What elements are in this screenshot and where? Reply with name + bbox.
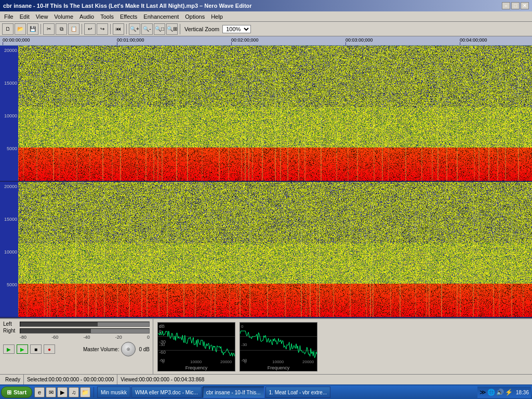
email-icon[interactable]: ✉ <box>46 387 56 397</box>
tick-3: 00:03:00;000 <box>345 37 373 43</box>
main-area: 20000 15000 10000 5000 20000 15000 10000… <box>0 46 532 318</box>
status-selected: Selected:00:00:00:000 - 00:00:00:000 <box>24 375 117 384</box>
copy-button[interactable]: ⧉ <box>56 23 67 35</box>
menu-effects[interactable]: Effects <box>117 12 140 21</box>
spectrum-analyzer-canvas-2 <box>240 323 317 364</box>
menu-enhancement[interactable]: Enhancement <box>140 12 182 21</box>
zoom-in-button[interactable]: 🔍+ <box>129 23 140 35</box>
freq-10000-label-2: 10000 <box>1 249 17 255</box>
zoom-select[interactable]: 25% 50% 100% 200% 400% <box>222 25 251 33</box>
tray-network-icon[interactable]: 🌐 <box>487 389 495 396</box>
left-meter-bar <box>20 322 150 327</box>
folder-icon[interactable]: 📁 <box>80 387 90 397</box>
scale-neg40: -40 <box>83 335 90 340</box>
taskbar-item-musikk-label: Min musikk <box>101 390 127 395</box>
toolbar-sep-5 <box>180 24 180 34</box>
tick-line-1 <box>117 42 117 45</box>
left-meter-row: Left <box>3 321 150 327</box>
spectrogram-1[interactable] <box>18 46 532 181</box>
close-button[interactable]: ✕ <box>521 2 529 9</box>
taskbar-item-musikk[interactable]: Min musikk <box>97 387 130 398</box>
status-ready: Ready <box>2 375 24 384</box>
level-meter-section: Left Right -80 -60 -40 -20 0 ▶ ▶ ■ ● <box>0 319 153 374</box>
right-meter-fill <box>20 329 91 333</box>
record-button[interactable]: ● <box>44 344 55 354</box>
scale-neg20: -20 <box>115 335 122 340</box>
cut-button[interactable]: ✂ <box>43 23 55 35</box>
redo-button[interactable]: ↪ <box>97 23 108 35</box>
tray-volume-icon[interactable]: 🔊 <box>496 389 504 396</box>
tick-1: 00:01:00;000 <box>117 37 144 43</box>
zoom-sel-button[interactable]: 🔍□ <box>154 23 165 35</box>
freq-20000-label-2: 20000 <box>1 184 17 189</box>
undo-button[interactable]: ↩ <box>84 23 96 35</box>
spectrogram-2[interactable] <box>18 182 532 317</box>
bottom-area: Left Right -80 -60 -40 -20 0 ▶ ▶ ■ ● <box>0 318 532 374</box>
toolbar-sep-2 <box>82 24 82 34</box>
toolbar-sep-1 <box>41 24 41 34</box>
menu-volume[interactable]: Volume <box>51 12 76 21</box>
taskbar-item-doc[interactable]: WMA eller MP3.doc - Mic... <box>131 387 202 398</box>
zoom-out-button[interactable]: 🔍- <box>141 23 153 35</box>
ie-icon[interactable]: e <box>34 387 45 397</box>
taskbar-item-meatloaf-label: 1. Meat Loaf - vbr extre... <box>269 390 327 395</box>
quick-launch: e ✉ ▶ ♫ 📁 <box>34 387 90 397</box>
spectrum-freq-label-2: Frequency <box>240 365 317 371</box>
menu-tools[interactable]: Tools <box>97 12 117 21</box>
freq-5000-label-1: 5000 <box>1 146 17 151</box>
status-viewed: Viewed:00:00:00:000 - 00:04:33:868 <box>117 375 207 384</box>
taskbar-items: Min musikk WMA eller MP3.doc - Mic... cb… <box>97 387 475 398</box>
spectrum-freq-label-1: Frequency <box>158 365 235 371</box>
freq-axis-2: 20000 15000 10000 5000 <box>0 182 18 317</box>
volume-knob[interactable]: ◎ <box>121 342 136 356</box>
transport-row: ▶ ▶ ■ ● Master Volume: ◎ 0 dB <box>3 342 150 356</box>
menu-view[interactable]: View <box>33 12 51 21</box>
minimize-button[interactable]: – <box>502 2 510 9</box>
media-icon[interactable]: ▶ <box>57 387 68 397</box>
menu-help[interactable]: Help <box>208 12 226 21</box>
menu-edit[interactable]: Edit <box>17 12 33 21</box>
paste-button[interactable]: 📋 <box>68 23 79 35</box>
vol-db: 0 dB <box>139 347 150 352</box>
spectrum-db-label-1: dB0-30-60 <box>159 324 166 355</box>
menu-audio[interactable]: Audio <box>76 12 97 21</box>
scale-neg80: -80 <box>20 335 26 340</box>
windows-icon: ⊞ <box>7 389 11 396</box>
start-button[interactable]: ⊞ Start <box>1 387 32 398</box>
spectrum-panel-1: dB0-30-60 Frequency <box>157 322 235 371</box>
play-button[interactable]: ▶ <box>3 344 15 354</box>
new-button[interactable]: 🗋 <box>2 23 14 35</box>
meter-scale: -80 -60 -40 -20 0 <box>3 335 150 340</box>
tick-line-4 <box>460 42 460 45</box>
statusbar: Ready Selected:00:00:00:000 - 00:00:00:0… <box>0 374 532 384</box>
tray-battery-icon[interactable]: ⚡ <box>505 389 513 396</box>
ready-text: Ready <box>5 377 20 382</box>
open-button[interactable]: 📂 <box>15 23 26 35</box>
channel-2: 20000 15000 10000 5000 <box>0 182 532 318</box>
tick-line-2 <box>231 42 232 45</box>
toolbar-sep-4 <box>126 24 127 34</box>
stop-button[interactable]: ■ <box>30 344 42 354</box>
right-meter-bar <box>20 328 150 334</box>
freq-10000-label-1: 10000 <box>1 113 17 118</box>
menu-options[interactable]: Options <box>182 12 208 21</box>
taskbar-item-cbr[interactable]: cbr insane - 10-If This... <box>203 387 264 398</box>
master-vol-label: Master Volume: <box>83 347 119 352</box>
left-meter-fill <box>20 322 98 326</box>
freq-20000-label-1: 20000 <box>1 48 17 53</box>
zoom-all-button[interactable]: 🔍⊞ <box>166 23 178 35</box>
freq-15000-label-2: 15000 <box>1 217 17 222</box>
maximize-button[interactable]: □ <box>511 2 520 9</box>
start-label: Start <box>14 389 26 395</box>
vertical-zoom-label: Vertical Zoom <box>184 26 219 32</box>
winamp-icon[interactable]: ♫ <box>69 387 79 397</box>
taskbar-item-meatloaf[interactable]: 1. Meat Loaf - vbr extre... <box>265 387 331 398</box>
play-green-button[interactable]: ▶ <box>17 344 28 354</box>
scale-0: 0 <box>147 335 150 340</box>
save-button[interactable]: 💾 <box>27 23 38 35</box>
taskbar-item-doc-label: WMA eller MP3.doc - Mic... <box>135 390 198 395</box>
menu-file[interactable]: File <box>1 12 17 21</box>
spectrum-section: dB0-30-60 Frequency Frequency <box>153 319 532 374</box>
skip-start-button[interactable]: ⏮ <box>113 23 124 35</box>
toolbar-sep-3 <box>110 24 111 34</box>
